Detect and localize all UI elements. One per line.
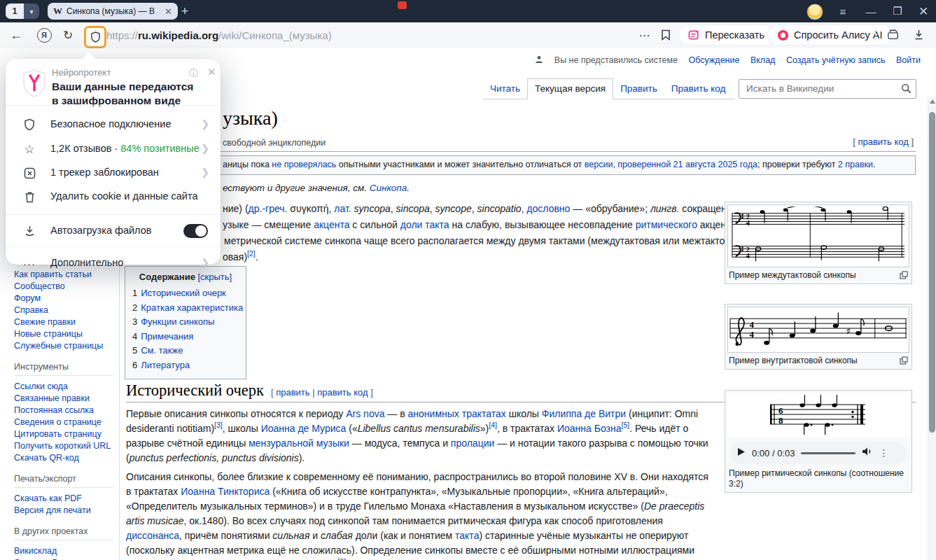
sidebar-link[interactable]: Связанные правки <box>14 393 119 405</box>
sidebar-link[interactable]: Сведения о странице <box>14 416 119 428</box>
secure-connection-item[interactable]: Безопасное подключение ❯ <box>6 113 221 136</box>
tab-read[interactable]: Читать <box>483 79 527 99</box>
figure-intrameasure-syncope[interactable]: 44 ♯ Пример внутритактовой синкопы <box>725 304 912 370</box>
personal-link-create-account[interactable]: Создать учётную запись <box>786 55 886 65</box>
minimize-icon[interactable]: — <box>858 0 883 22</box>
ellipsis-icon: ··· <box>22 256 36 270</box>
toc-item[interactable]: 1Исторический очерк <box>132 286 239 301</box>
tab-edit-source[interactable]: Править код <box>664 79 733 99</box>
sidebar-link[interactable]: Получить короткий URL <box>14 440 119 452</box>
tab-current-version[interactable]: Текущая версия <box>527 78 613 99</box>
page-scrollbar[interactable] <box>928 97 936 560</box>
figure-caption: Пример междутактовой синкопы <box>727 267 909 281</box>
volume-icon[interactable] <box>862 447 872 459</box>
summarize-icon <box>688 29 700 41</box>
alice-avatar[interactable] <box>806 4 823 20</box>
svg-text:♯: ♯ <box>846 326 851 337</box>
sidebar-link[interactable]: Справка <box>14 304 119 316</box>
close-icon[interactable]: ✕ <box>911 0 936 22</box>
audio-player[interactable]: 0:00 / 0:03 ⋮ <box>730 442 907 464</box>
more-options-item[interactable]: ··· Дополнительно ❯ <box>6 252 221 274</box>
sidebar-link[interactable]: Служебные страницы <box>14 340 119 352</box>
restore-icon[interactable]: ❐ <box>885 0 910 22</box>
back-icon[interactable]: ← <box>7 22 25 48</box>
sidebar-link[interactable]: Форум <box>14 293 119 304</box>
ask-alice-label: Спросить Алису AI <box>794 29 883 41</box>
protect-shield-icon[interactable] <box>84 26 106 48</box>
popup-divider <box>6 105 221 106</box>
popup-close-icon[interactable]: ✕ <box>207 66 216 78</box>
menu-icon[interactable]: ≡ <box>830 0 855 22</box>
yandex-home-icon[interactable]: Я <box>35 22 53 48</box>
sidebar-link[interactable]: Сообщество <box>14 281 119 293</box>
notation-image-intermeasure[interactable]: 24 24 <box>727 204 909 267</box>
blocked-tracker-icon <box>22 166 36 180</box>
audio-menu-icon[interactable]: ⋮ <box>879 447 888 458</box>
reviews-item[interactable]: ☆ 1,2К отзывов · 84% позитивные ❯ <box>6 138 221 160</box>
page-title: узыка) <box>223 107 278 130</box>
svg-text:4: 4 <box>750 330 755 340</box>
sidebar-heading-tools: Инструменты <box>14 361 113 376</box>
figure-intermeasure-syncope[interactable]: 24 24 <box>725 202 912 284</box>
personal-link-login[interactable]: Войти <box>896 55 921 65</box>
scroll-up-arrow-icon[interactable] <box>930 99 935 104</box>
new-tab-button[interactable]: + <box>176 3 193 20</box>
tab-counter[interactable]: 1 ▾ <box>6 4 39 19</box>
edit-source-link[interactable]: [ править код ] <box>853 136 914 147</box>
recording-indicator <box>398 1 407 9</box>
search-icon[interactable] <box>901 83 911 97</box>
bookmark-icon[interactable] <box>657 22 675 48</box>
toc-item[interactable]: 6Литература <box>132 358 239 373</box>
enlarge-icon[interactable] <box>900 356 908 368</box>
more-actions-icon[interactable]: ⋯ <box>636 22 654 48</box>
search-input[interactable] <box>745 83 895 94</box>
toc-item[interactable]: 4Примечания <box>132 330 239 344</box>
delete-cookies-item[interactable]: Удалить cookie и данные сайта <box>6 186 221 208</box>
scrollbar-thumb[interactable] <box>929 112 935 433</box>
section-heading-text: Исторический очерк <box>126 382 264 399</box>
sidebar-link[interactable]: Версия для печати <box>14 505 119 517</box>
audio-progress-bar[interactable] <box>801 452 855 454</box>
summarize-button[interactable]: Пересказать <box>679 25 774 45</box>
collections-icon[interactable] <box>883 22 903 48</box>
personal-link-discussion[interactable]: Обсуждение <box>689 55 740 65</box>
tab-close-icon[interactable]: ✕ <box>165 6 172 17</box>
notation-image-intrameasure[interactable]: 44 ♯ <box>727 307 909 353</box>
refresh-icon[interactable]: ↻ <box>59 22 77 48</box>
personal-link-contributions[interactable]: Вклад <box>750 55 776 65</box>
toc-item[interactable]: 3Функции синкопы <box>132 315 239 330</box>
info-icon[interactable]: ⓘ <box>189 67 198 80</box>
wiki-search-box[interactable] <box>739 79 916 99</box>
tracker-blocked-item[interactable]: 1 трекер заблокирован ❯ <box>6 162 221 184</box>
sidebar-link[interactable]: Постоянная ссылка <box>14 405 119 416</box>
section-edit-links[interactable]: [ править | править код ] <box>271 387 373 398</box>
autoload-toggle[interactable] <box>183 224 208 238</box>
sidebar-link[interactable]: Ссылки сюда <box>14 381 119 393</box>
enlarge-icon[interactable] <box>900 271 908 282</box>
toc-item[interactable]: 5См. также <box>132 344 239 358</box>
tab-title: Синкопа (музыка) — В <box>67 6 160 16</box>
svg-text:6: 6 <box>778 405 783 416</box>
star-icon: ☆ <box>22 142 36 156</box>
alice-icon <box>777 29 789 41</box>
autoload-files-item[interactable]: Автозагрузка файлов <box>6 220 221 242</box>
sidebar-link[interactable]: Свежие правки <box>14 316 119 328</box>
intro-line-1: ние) (др.-греч. συγκοπή, лат. syncopa, s… <box>223 203 740 214</box>
ask-alice-button[interactable]: Спросить Алису AI <box>768 25 892 45</box>
toc-item[interactable]: 2Краткая характеристика <box>132 301 239 316</box>
chevron-down-icon[interactable]: ▾ <box>24 4 39 19</box>
browser-tab[interactable]: W Синкопа (музыка) — В ✕ <box>48 3 178 20</box>
play-icon[interactable] <box>737 447 746 459</box>
address-bar[interactable]: https://ru.wikipedia.org/wiki/Синкопа_(м… <box>106 22 332 48</box>
sidebar-link[interactable]: Цитировать страницу <box>14 428 119 440</box>
sidebar-link[interactable]: Скачать как PDF <box>14 493 119 505</box>
sidebar-link[interactable]: Скачать QR-код <box>14 452 119 464</box>
sidebar-link[interactable]: Элемент Викиданных <box>14 557 119 560</box>
chevron-right-icon: ❯ <box>201 257 209 268</box>
downloads-icon[interactable] <box>909 22 928 48</box>
sidebar-link[interactable]: Викисклад <box>14 545 119 557</box>
intro-line-3: метрической системе синкопа чаще всего р… <box>224 235 763 246</box>
figure-caption: Пример внутритактовой синкопы <box>727 353 909 367</box>
sidebar-link[interactable]: Новые страницы <box>14 328 119 340</box>
tab-edit[interactable]: Править <box>613 79 664 99</box>
